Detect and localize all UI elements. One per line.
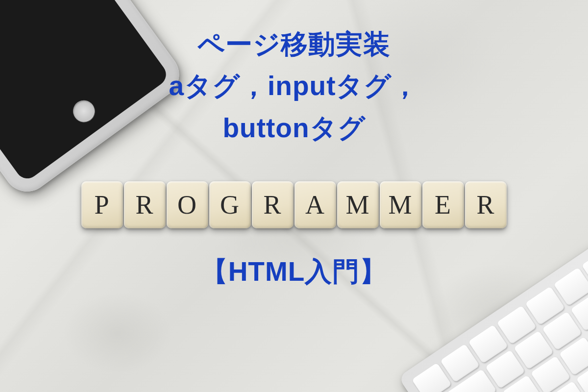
letter-tile: G (209, 181, 251, 228)
letter-tile: R (465, 181, 507, 228)
title-text: ページ移動実装 aタグ，inputタグ， buttonタグ (0, 24, 588, 149)
letter-tile: A (294, 181, 336, 228)
title-line-3: buttonタグ (0, 107, 588, 149)
letter-tiles-row: P R O G R A M M E R (81, 181, 507, 228)
letter-tile: P (81, 181, 123, 228)
scene-background: ページ移動実装 aタグ，inputタグ， buttonタグ P R O G R … (0, 0, 588, 392)
subtitle-text: 【HTML入門】 (0, 254, 588, 290)
letter-tile: O (167, 181, 208, 228)
letter-tile: E (422, 181, 464, 228)
letter-tile: R (124, 181, 166, 228)
letter-tile: R (252, 181, 294, 228)
title-line-2: aタグ，inputタグ， (0, 65, 588, 107)
letter-tile: M (380, 181, 421, 228)
title-line-1: ページ移動実装 (0, 24, 588, 65)
letter-tile: M (337, 181, 379, 228)
